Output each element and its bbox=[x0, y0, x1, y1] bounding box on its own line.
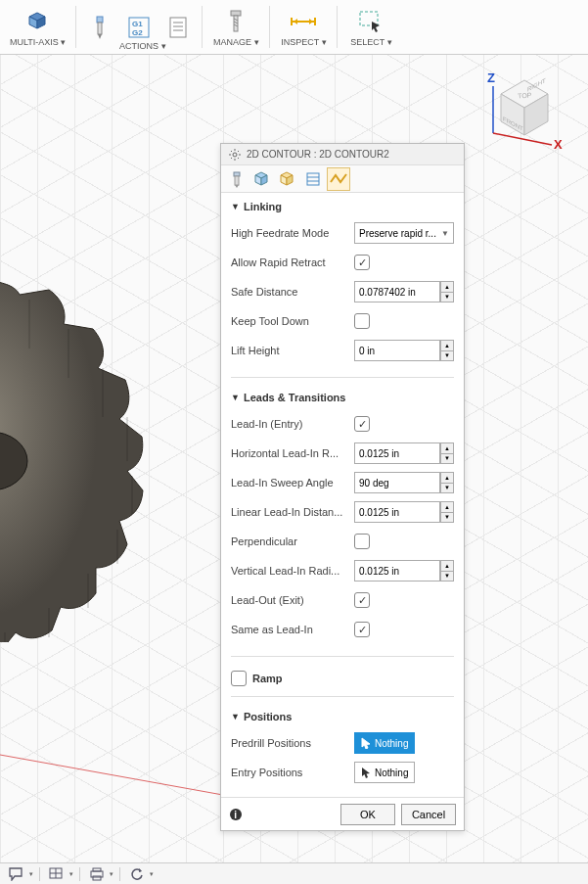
keep-tool-down-checkbox[interactable] bbox=[354, 313, 370, 329]
viewcube[interactable]: Z X TOP FRONT RIGHT bbox=[485, 65, 564, 153]
svg-line-18 bbox=[0, 755, 245, 799]
svg-rect-44 bbox=[235, 176, 239, 185]
entry-positions-label: Entry Positions bbox=[231, 767, 354, 778]
horizontal-lead-in-radius-input[interactable]: ▲▼ bbox=[354, 442, 454, 464]
drill-tool[interactable] bbox=[80, 2, 119, 52]
svg-text:i: i bbox=[234, 809, 237, 819]
geometry-tab[interactable] bbox=[250, 167, 274, 191]
safe-distance-label: Safe Distance bbox=[231, 286, 354, 298]
grid-snap-icon[interactable] bbox=[46, 865, 68, 883]
lead-in-entry-checkbox[interactable] bbox=[354, 416, 370, 432]
heights-tab[interactable] bbox=[276, 167, 299, 191]
svg-text:G1: G1 bbox=[132, 20, 143, 28]
spinner-up-icon[interactable]: ▲ bbox=[441, 341, 453, 351]
select-icon bbox=[357, 8, 384, 35]
cancel-button[interactable]: Cancel bbox=[401, 804, 456, 825]
horizontal-lead-in-radius-label: Horizontal Lead-In R... bbox=[231, 447, 354, 459]
ok-button[interactable]: OK bbox=[340, 804, 395, 825]
spinner-down-icon[interactable]: ▼ bbox=[441, 351, 453, 361]
inspect-label: INSPECT ▾ bbox=[281, 37, 326, 47]
lead-in-entry-label: Lead-In (Entry) bbox=[231, 418, 354, 430]
toolbar-divider bbox=[269, 6, 270, 48]
select-label: SELECT ▾ bbox=[350, 37, 391, 47]
properties-panel: 2D CONTOUR : 2D CONTOUR2 ▼Linking High F… bbox=[220, 143, 465, 831]
svg-rect-54 bbox=[93, 868, 101, 871]
allow-rapid-retract-checkbox[interactable] bbox=[354, 255, 370, 270]
same-as-lead-in-label: Same as Lead-In bbox=[231, 624, 354, 635]
allow-rapid-retract-label: Allow Rapid Retract bbox=[231, 256, 354, 268]
lead-in-sweep-angle-input[interactable]: ▲▼ bbox=[354, 472, 454, 493]
panel-header[interactable]: 2D CONTOUR : 2D CONTOUR2 bbox=[221, 144, 464, 165]
leads-section: ▼Leads & Transitions Lead-In (Entry) Hor… bbox=[221, 384, 464, 654]
vertical-lead-in-radius-input[interactable]: ▲▼ bbox=[354, 560, 454, 582]
lead-out-exit-label: Lead-Out (Exit) bbox=[231, 594, 354, 606]
multi-axis-icon bbox=[24, 8, 52, 35]
lead-out-exit-checkbox[interactable] bbox=[354, 592, 370, 608]
svg-rect-45 bbox=[307, 173, 319, 185]
svg-line-42 bbox=[238, 151, 239, 152]
svg-line-39 bbox=[231, 151, 232, 152]
ramp-checkbox[interactable] bbox=[231, 671, 247, 686]
linear-lead-in-distance-input[interactable]: ▲▼ bbox=[354, 501, 454, 523]
manage-label: MANAGE ▾ bbox=[213, 37, 259, 47]
positions-header[interactable]: ▼Positions bbox=[231, 711, 454, 722]
z-axis-label: Z bbox=[487, 70, 495, 85]
ramp-label: Ramp bbox=[252, 673, 283, 684]
ramp-section: Ramp bbox=[221, 663, 464, 694]
manage-menu[interactable]: MANAGE ▾ bbox=[206, 2, 265, 52]
multi-axis-menu[interactable]: MULTI-AXIS ▾ bbox=[4, 2, 71, 52]
svg-text:G2: G2 bbox=[132, 28, 143, 37]
positions-section: ▼Positions Predrill Positions Nothing En… bbox=[221, 703, 464, 797]
select-menu[interactable]: SELECT ▾ bbox=[341, 2, 400, 52]
toolbar-divider bbox=[202, 6, 203, 48]
cursor-icon bbox=[361, 767, 371, 778]
gear-icon bbox=[229, 149, 241, 161]
svg-rect-43 bbox=[234, 172, 240, 176]
lift-height-label: Lift Height bbox=[231, 345, 354, 356]
same-as-lead-in-checkbox[interactable] bbox=[354, 622, 370, 637]
svg-rect-1 bbox=[98, 23, 102, 34]
predrill-positions-button[interactable]: Nothing bbox=[354, 732, 415, 754]
linking-header[interactable]: ▼Linking bbox=[231, 201, 454, 212]
leads-header[interactable]: ▼Leads & Transitions bbox=[231, 392, 454, 403]
vertical-lead-in-radius-label: Vertical Lead-In Radi... bbox=[231, 565, 354, 577]
spinner-up-icon[interactable]: ▲ bbox=[441, 282, 453, 293]
gear-model[interactable] bbox=[0, 251, 196, 642]
lead-in-sweep-angle-label: Lead-In Sweep Angle bbox=[231, 477, 354, 489]
notes-icon bbox=[164, 14, 192, 41]
print-icon[interactable] bbox=[86, 865, 108, 883]
lift-height-input[interactable]: ▲▼ bbox=[354, 340, 454, 361]
cursor-icon bbox=[361, 737, 371, 749]
predrill-positions-label: Predrill Positions bbox=[231, 737, 354, 749]
spinner-down-icon[interactable]: ▼ bbox=[441, 293, 453, 302]
perpendicular-checkbox[interactable] bbox=[354, 534, 370, 549]
info-icon[interactable]: i bbox=[229, 808, 335, 821]
svg-line-30 bbox=[493, 133, 552, 145]
inspect-menu[interactable]: INSPECT ▾ bbox=[274, 2, 333, 52]
g1g2-icon: G1G2 bbox=[125, 14, 153, 41]
tool-tab[interactable] bbox=[225, 167, 249, 191]
panel-footer: i OK Cancel bbox=[221, 797, 464, 830]
linking-tab[interactable] bbox=[327, 167, 350, 191]
measure-icon bbox=[290, 8, 317, 35]
svg-line-40 bbox=[238, 158, 239, 159]
panel-title: 2D CONTOUR : 2D CONTOUR2 bbox=[247, 149, 389, 160]
bolt-icon bbox=[222, 8, 249, 35]
refresh-icon[interactable] bbox=[126, 865, 148, 883]
top-toolbar: MULTI-AXIS ▾ G1G2 ACTIONS ▾ MANAGE ▾ bbox=[0, 0, 588, 55]
perpendicular-label: Perpendicular bbox=[231, 535, 354, 547]
toolbar-divider bbox=[75, 6, 76, 48]
toolbar-divider bbox=[337, 6, 338, 48]
high-feedrate-mode-select[interactable]: Preserve rapid r...▼ bbox=[354, 222, 454, 244]
svg-text:TOP: TOP bbox=[518, 91, 532, 99]
comments-icon[interactable] bbox=[6, 865, 27, 883]
safe-distance-input[interactable]: ▲▼ bbox=[354, 281, 454, 302]
keep-tool-down-label: Keep Tool Down bbox=[231, 315, 354, 327]
bottom-bar: ▾ ▾ ▾ ▾ bbox=[0, 862, 588, 884]
x-axis-label: X bbox=[554, 137, 563, 152]
entry-positions-button[interactable]: Nothing bbox=[354, 762, 415, 783]
multi-axis-label: MULTI-AXIS ▾ bbox=[10, 37, 66, 47]
axis-line bbox=[0, 745, 245, 804]
passes-tab[interactable] bbox=[301, 167, 325, 191]
panel-tabs bbox=[221, 165, 464, 193]
